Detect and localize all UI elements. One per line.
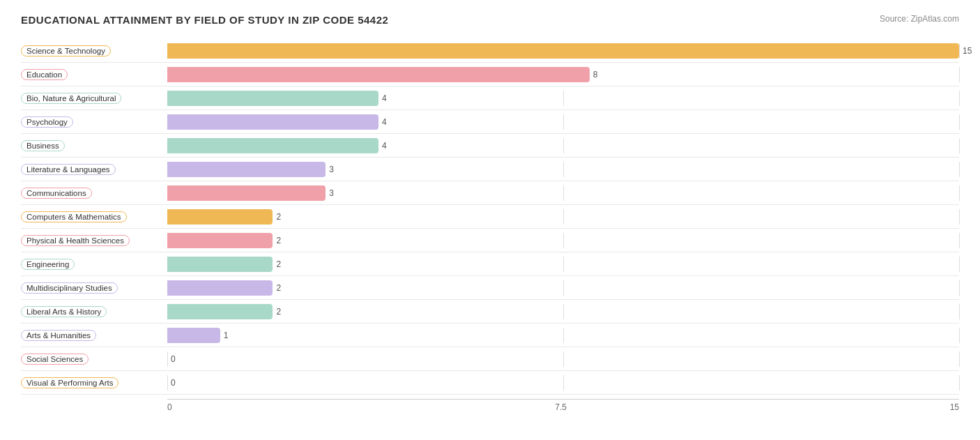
bar-label: Computers & Mathematics: [21, 211, 167, 222]
x-axis-label: 15: [950, 402, 959, 412]
chart-area: Science & Technology15Education8Bio, Nat…: [21, 39, 959, 395]
bar-label-pill: Social Sciences: [21, 354, 89, 365]
bar-fill: [167, 233, 273, 248]
bar-label-pill: Education: [21, 69, 68, 80]
bar-label-pill: Bio, Nature & Agricultural: [21, 93, 121, 104]
bar-fill: [167, 257, 273, 272]
bar-row: Engineering2: [21, 252, 959, 276]
bar-fill: [167, 43, 959, 59]
bar-label-pill: Literature & Languages: [21, 164, 116, 175]
bar-row: Communications3: [21, 181, 959, 205]
bar-value: 3: [329, 165, 334, 174]
bar-label-pill: Communications: [21, 188, 92, 199]
bar-label: Business: [21, 140, 167, 151]
chart-title: EDUCATIONAL ATTAINMENT BY FIELD OF STUDY…: [21, 14, 388, 29]
bar-value: 2: [276, 212, 281, 222]
bar-value: 15: [963, 46, 972, 56]
bar-label-pill: Visual & Performing Arts: [21, 377, 118, 388]
bar-label-pill: Business: [21, 140, 65, 151]
bar-label-pill: Physical & Health Sciences: [21, 235, 130, 246]
bar-fill: [167, 91, 378, 106]
bar-label-pill: Engineering: [21, 259, 75, 270]
bar-value: 0: [171, 354, 176, 364]
bar-value: 4: [382, 117, 387, 127]
bar-container: 0: [167, 375, 959, 390]
bar-label: Multidisciplinary Studies: [21, 282, 167, 294]
bar-row: Psychology4: [21, 110, 959, 134]
bar-value: 2: [276, 283, 281, 293]
bar-label: Arts & Humanities: [21, 330, 167, 341]
bar-container: 2: [167, 257, 959, 272]
bar-row: Computers & Mathematics2: [21, 205, 959, 229]
bar-container: 3: [167, 162, 959, 177]
bar-container: 0: [167, 351, 959, 367]
bar-fill: [167, 304, 273, 319]
bar-label-pill: Multidisciplinary Studies: [21, 282, 118, 294]
bar-value: 2: [276, 307, 281, 317]
bar-label-pill: Science & Technology: [21, 45, 111, 56]
bar-container: 2: [167, 304, 959, 319]
x-axis-label: 0: [167, 402, 172, 412]
bar-label: Physical & Health Sciences: [21, 235, 167, 246]
bar-container: 3: [167, 185, 959, 201]
source-label: Source: ZipAtlas.com: [880, 14, 959, 24]
x-axis-labels: 07.515: [167, 399, 959, 412]
bar-fill: [167, 162, 326, 177]
bar-container: 1: [167, 328, 959, 343]
bar-row: Science & Technology15: [21, 39, 959, 63]
bar-fill: [167, 138, 378, 153]
x-axis: 07.515: [21, 399, 959, 412]
bar-label: Bio, Nature & Agricultural: [21, 93, 167, 104]
bar-label: Visual & Performing Arts: [21, 377, 167, 388]
bar-fill: [167, 67, 590, 82]
bar-container: 4: [167, 114, 959, 130]
bar-fill: [167, 185, 326, 201]
bar-value: 0: [171, 378, 176, 388]
bar-label: Science & Technology: [21, 45, 167, 56]
bar-value: 1: [224, 331, 229, 340]
bar-row: Education8: [21, 63, 959, 86]
bar-row: Visual & Performing Arts0: [21, 371, 959, 395]
bar-value: 4: [382, 141, 387, 151]
bar-container: 4: [167, 91, 959, 106]
bar-value: 3: [329, 188, 334, 198]
bar-container: 2: [167, 209, 959, 225]
bar-container: 8: [167, 67, 959, 82]
bar-row: Social Sciences0: [21, 347, 959, 371]
bar-label: Communications: [21, 188, 167, 199]
bar-label-pill: Psychology: [21, 116, 73, 128]
bar-container: 2: [167, 280, 959, 296]
bar-fill: [167, 328, 220, 343]
bar-container: 15: [167, 43, 959, 59]
bar-row: Physical & Health Sciences2: [21, 229, 959, 252]
bar-value: 2: [276, 236, 281, 245]
bar-fill: [167, 114, 378, 130]
bar-container: 2: [167, 233, 959, 248]
bar-label: Liberal Arts & History: [21, 306, 167, 317]
bar-row: Arts & Humanities1: [21, 324, 959, 347]
bar-label: Psychology: [21, 116, 167, 128]
bar-row: Business4: [21, 134, 959, 158]
x-axis-label: 7.5: [555, 402, 567, 412]
bar-label: Education: [21, 69, 167, 80]
bar-row: Multidisciplinary Studies2: [21, 276, 959, 300]
bar-value: 2: [276, 259, 281, 269]
bar-row: Liberal Arts & History2: [21, 300, 959, 324]
bar-label: Social Sciences: [21, 354, 167, 365]
bar-value: 4: [382, 93, 387, 103]
bar-label-pill: Arts & Humanities: [21, 330, 96, 341]
bar-label-pill: Liberal Arts & History: [21, 306, 107, 317]
bar-fill: [167, 280, 273, 296]
bar-fill: [167, 209, 273, 225]
chart-wrapper: EDUCATIONAL ATTAINMENT BY FIELD OF STUDY…: [21, 14, 959, 412]
bar-value: 8: [593, 70, 598, 79]
bar-container: 4: [167, 138, 959, 153]
bar-row: Bio, Nature & Agricultural4: [21, 86, 959, 110]
bar-label: Engineering: [21, 259, 167, 270]
bar-row: Literature & Languages3: [21, 158, 959, 181]
bar-label-pill: Computers & Mathematics: [21, 211, 127, 222]
bar-label: Literature & Languages: [21, 164, 167, 175]
